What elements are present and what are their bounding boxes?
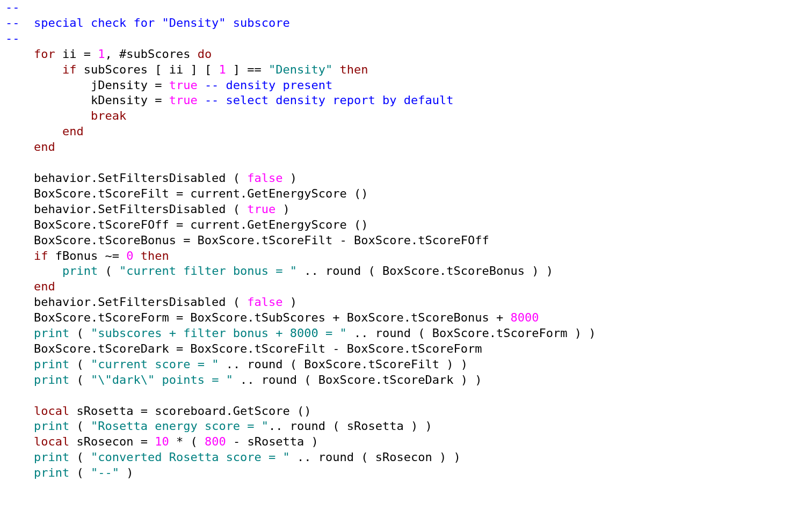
code-token: [332, 63, 339, 76]
code-token: --: [5, 32, 20, 45]
code-token: break: [91, 109, 126, 122]
code-token: print: [34, 373, 69, 386]
code-token: .. round ( BoxScore.tScoreDark ) ): [233, 373, 482, 386]
code-token: [5, 109, 91, 122]
code-token: [5, 280, 34, 293]
code-token: false: [247, 295, 282, 309]
code-token: [133, 249, 140, 262]
code-token: kDensity =: [5, 93, 169, 107]
code-token: "Rosetta energy score = ": [91, 419, 269, 433]
code-token: ): [276, 202, 290, 216]
code-token: BoxScore.tScoreFOff = current.GetEnergyS…: [5, 218, 368, 231]
code-token: * (: [169, 435, 205, 448]
code-token: .. round ( sRosetta ) ): [269, 419, 432, 433]
code-token: [5, 435, 34, 448]
code-token: --: [5, 1, 20, 14]
code-token: [5, 450, 34, 464]
code-token: [5, 466, 34, 479]
code-token: [5, 63, 62, 76]
code-token: ] ==: [226, 63, 269, 76]
code-token: [5, 47, 34, 61]
code-token: [5, 358, 34, 371]
code-token: true: [247, 202, 276, 216]
code-token: jDensity =: [5, 78, 169, 92]
code-token: (: [98, 264, 119, 278]
code-token: then: [141, 249, 169, 262]
code-token: (: [69, 466, 91, 479]
code-token: "\"dark\" points = ": [91, 373, 233, 386]
code-token: 8000: [510, 311, 539, 324]
code-token: (: [69, 419, 91, 433]
code-token: 1: [219, 63, 226, 76]
code-token: -- select density report by default: [205, 93, 454, 107]
code-token: BoxScore.tScoreForm = BoxScore.tSubScore…: [5, 311, 510, 324]
code-token: 10: [155, 435, 169, 448]
code-token: fBonus ~=: [48, 249, 126, 262]
code-token: print: [34, 419, 69, 433]
code-token: print: [34, 358, 69, 371]
code-token: "current score = ": [91, 358, 219, 371]
code-token: (: [69, 358, 91, 371]
code-token: .. round ( BoxScore.tScoreBonus ) ): [297, 264, 553, 278]
code-token: (: [69, 450, 91, 464]
code-token: print: [34, 466, 69, 479]
code-token: 1: [98, 47, 105, 61]
code-token: -- density present: [205, 78, 332, 92]
code-token: .. round ( BoxScore.tScoreForm ) ): [347, 326, 596, 340]
code-token: BoxScore.tScoreDark = BoxScore.tScoreFil…: [5, 342, 482, 355]
code-token: print: [34, 450, 69, 464]
code-token: behavior.SetFiltersDisabled (: [5, 202, 247, 216]
code-token: - sRosetta ): [226, 435, 318, 448]
code-token: .. round ( BoxScore.tScoreFilt ) ): [219, 358, 468, 371]
code-token: (: [69, 326, 91, 340]
code-token: ): [119, 466, 134, 479]
code-token: "Density": [269, 63, 332, 76]
code-token: do: [198, 47, 212, 61]
code-token: print: [34, 326, 69, 340]
code-token: end: [62, 125, 84, 138]
code-token: ): [283, 171, 298, 185]
code-token: end: [34, 140, 55, 154]
code-token: true: [169, 78, 198, 92]
code-token: for: [34, 47, 55, 61]
code-token: [5, 125, 62, 138]
code-block: -- -- special check for "Density" subsco…: [0, 0, 812, 481]
code-token: .. round ( sRosecon ) ): [290, 450, 461, 464]
code-token: if: [62, 63, 77, 76]
code-token: sRosetta = scoreboard.GetScore (): [69, 404, 311, 418]
code-token: behavior.SetFiltersDisabled (: [5, 295, 247, 309]
code-token: [5, 373, 34, 386]
code-token: BoxScore.tScoreBonus = BoxScore.tScoreFi…: [5, 234, 489, 247]
code-token: "subscores + filter bonus + 8000 = ": [91, 326, 347, 340]
code-token: "converted Rosetta score = ": [91, 450, 290, 464]
code-token: [5, 404, 34, 418]
code-token: [5, 249, 34, 262]
code-token: [5, 140, 34, 154]
code-token: ii =: [55, 47, 98, 61]
code-token: BoxScore.tScoreFilt = current.GetEnergyS…: [5, 187, 368, 200]
code-token: 0: [126, 249, 133, 262]
code-token: behavior.SetFiltersDisabled (: [5, 171, 247, 185]
code-token: true: [169, 93, 198, 107]
code-token: [5, 264, 62, 278]
code-token: subScores [ ii ] [: [76, 63, 219, 76]
code-token: "current filter bonus = ": [119, 264, 297, 278]
code-token: local: [34, 404, 69, 418]
code-token: then: [340, 63, 368, 76]
code-token: [198, 78, 205, 92]
code-token: end: [34, 280, 55, 293]
code-token: sRosecon =: [69, 435, 155, 448]
code-token: print: [62, 264, 98, 278]
code-token: [198, 93, 205, 107]
code-token: ): [283, 295, 298, 309]
code-token: , #subScores: [105, 47, 197, 61]
code-token: 800: [205, 435, 226, 448]
code-token: [5, 419, 34, 433]
code-token: "--": [91, 466, 119, 479]
code-token: -- special check for "Density" subscore: [5, 16, 290, 30]
code-token: false: [247, 171, 282, 185]
code-token: (: [69, 373, 91, 386]
code-token: [5, 326, 34, 340]
code-token: local: [34, 435, 69, 448]
code-token: if: [34, 249, 48, 262]
